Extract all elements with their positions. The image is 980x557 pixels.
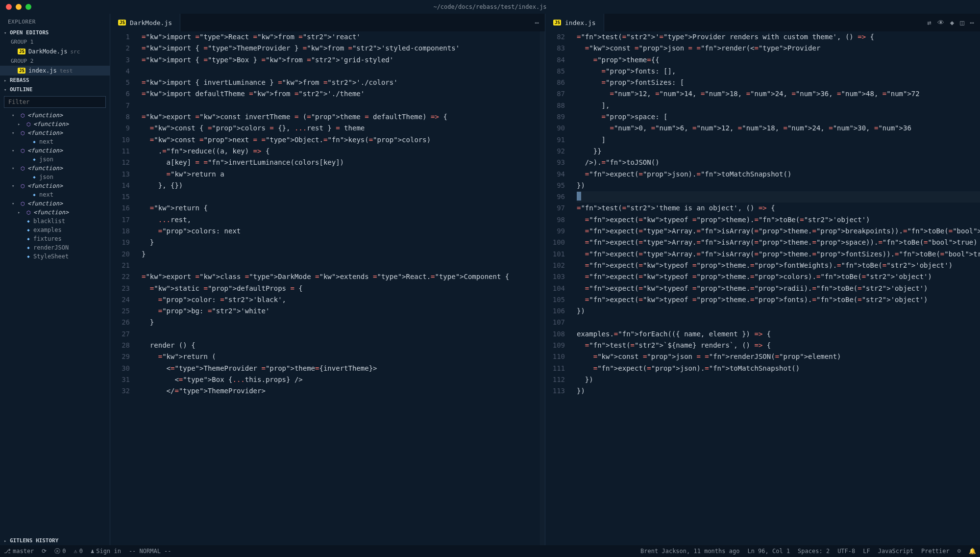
tab-darkmode[interactable]: JS DarkMode.js [110,14,180,31]
open-editors-header[interactable]: ▾ OPEN EDITORS [0,28,110,37]
chevron-icon: ▾ [12,166,18,171]
outline-item[interactable]: ▾⬡<function> [0,164,110,173]
outline-filter-input[interactable] [4,96,106,108]
code-area-right[interactable]: 8283848586878889909192939495969798991001… [545,31,980,545]
outline-item[interactable]: ▸⬡<function> [0,120,110,128]
open-file-darkmode[interactable]: JS DarkMode.js src [0,47,110,56]
code-content[interactable]: ="fn">test(="str2">'="type">Provider ren… [573,31,980,545]
outline-tree: ▾⬡<function>▸⬡<function>▾⬡<function>◆nex… [0,110,110,536]
chevron-icon: ▾ [12,113,18,118]
chevron-icon: ▾ [12,130,18,135]
diamond-icon: ◆ [31,174,37,180]
outline-item[interactable]: ▾⬡<function> [0,181,110,190]
outline-item[interactable]: ◆next [0,137,110,146]
window-title: ~/code/docs/rebass/test/index.js [433,3,546,10]
diamond-icon: ◆ [31,156,37,162]
diamond-icon: ◆ [25,236,31,242]
chevron-icon: ▾ [12,148,18,153]
git-branch[interactable]: ⎇ master [0,548,38,555]
diamond-icon: ◆ [31,139,37,145]
errors-count[interactable]: ⓧ0 [50,547,70,556]
editor-pane-left: JS DarkMode.js ⋯ 12345678910111213141516… [110,14,545,545]
outline-item[interactable]: ◆StyleSheet [0,252,110,261]
eol[interactable]: LF [859,548,874,555]
cube-icon: ⬡ [20,165,25,171]
outline-header[interactable]: ▾ OUTLINE [0,85,110,94]
rebass-header[interactable]: ▸ REBASS [0,76,110,85]
outline-item[interactable]: ◆json [0,173,110,181]
maximize-window-icon[interactable] [25,4,31,10]
cube-icon: ⬡ [20,183,25,189]
editor-pane-right: JS index.js ⇄ 👁 ◆ ◫ ⋯ 828384858687888990… [545,14,980,545]
close-window-icon[interactable] [6,4,12,10]
vim-mode: -- NORMAL -- [125,548,175,555]
more-icon[interactable]: ⋯ [535,19,539,26]
tab-bar-right: JS index.js ⇄ 👁 ◆ ◫ ⋯ [545,14,980,31]
indent-setting[interactable]: Spaces: 2 [794,548,833,555]
person-icon: ♟ [91,548,94,555]
editors-split: JS DarkMode.js ⋯ 12345678910111213141516… [110,14,980,545]
explorer-title: EXPLORER [0,14,110,28]
code-area-left[interactable]: 1234567891011121314151617181920212223242… [110,31,545,545]
signin-button[interactable]: ♟ Sign in [87,548,125,555]
bell-icon[interactable]: 🔔 [965,548,980,555]
outline-item[interactable]: ▾⬡<function> [0,146,110,155]
outline-item[interactable]: ◆renderJSON [0,243,110,252]
chevron-icon: ▾ [12,183,18,188]
titlebar: ~/code/docs/rebass/test/index.js [0,0,980,14]
cube-icon: ⬡ [20,130,25,136]
split-icon[interactable]: ◫ [960,19,964,26]
outline-label: <function> [33,209,69,216]
outline-item[interactable]: ◆blacklist [0,217,110,226]
outline-label: examples [33,227,62,233]
eye-icon[interactable]: 👁 [937,19,944,26]
minimap[interactable] [540,31,545,545]
outline-label: json [39,174,53,180]
outline-label: fixtures [33,235,62,242]
cube-icon: ⬡ [25,209,31,215]
gitlens-header[interactable]: ▸ GITLENS HISTORY [0,536,110,545]
feedback-icon[interactable]: ☺ [954,548,965,555]
prettier-status[interactable]: Prettier [917,548,954,555]
chevron-icon: ▸ [18,210,24,215]
outline-label: <function> [27,129,63,136]
error-icon: ⓧ [54,547,60,556]
git-blame[interactable]: Brent Jackson, 11 months ago [637,548,743,555]
diamond-icon: ◆ [25,218,31,224]
cube-icon: ⬡ [25,121,31,127]
outline-item[interactable]: ◆next [0,190,110,199]
outline-item[interactable]: ▾⬡<function> [0,111,110,120]
group-2-label: GROUP 2 [0,56,110,66]
diamond-icon[interactable]: ◆ [950,19,954,26]
minimize-window-icon[interactable] [16,4,22,10]
outline-label: <function> [33,121,69,127]
compare-icon[interactable]: ⇄ [927,19,931,26]
more-icon[interactable]: ⋯ [970,19,974,26]
warnings-count[interactable]: ⚠0 [70,548,87,555]
main-area: EXPLORER ▾ OPEN EDITORS GROUP 1 JS DarkM… [0,14,980,545]
chevron-icon: ▸ [18,122,24,127]
outline-item[interactable]: ▾⬡<function> [0,128,110,137]
outline-label: <function> [27,112,63,119]
open-file-index[interactable]: JS index.js test [0,66,110,76]
outline-label: next [39,138,53,145]
js-icon: JS [553,20,561,25]
encoding[interactable]: UTF-8 [833,548,859,555]
sync-button[interactable]: ⟳ [38,548,50,555]
tab-index[interactable]: JS index.js [545,14,604,31]
outline-item[interactable]: ◆json [0,155,110,164]
chevron-right-icon: ▸ [4,538,10,543]
diamond-icon: ◆ [31,192,37,198]
outline-item[interactable]: ◆examples [0,226,110,234]
outline-item[interactable]: ▾⬡<function> [0,199,110,208]
outline-item[interactable]: ◆fixtures [0,234,110,243]
branch-icon: ⎇ [4,548,11,555]
code-content[interactable]: ="kw">import ="type">React ="kw">from ="… [138,31,545,545]
cursor-position[interactable]: Ln 96, Col 1 [743,548,794,555]
language-mode[interactable]: JavaScript [874,548,917,555]
outline-item[interactable]: ▸⬡<function> [0,208,110,217]
js-icon: JS [18,49,25,54]
cube-icon: ⬡ [20,148,25,153]
chevron-right-icon: ▸ [4,78,10,83]
js-icon: JS [118,20,126,25]
